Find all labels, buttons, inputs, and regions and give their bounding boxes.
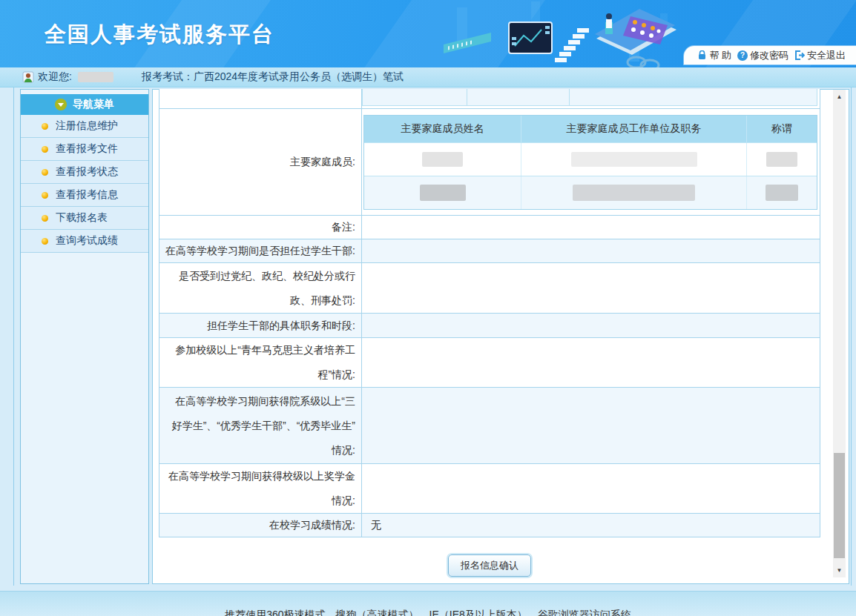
page-footer: 推荐使用360极速模式、搜狗（高速模式）、IE（IE8及以上版本）、谷歌浏览器访… bbox=[0, 591, 856, 616]
help-button[interactable]: 帮 助 bbox=[697, 49, 731, 62]
table-row-cadre-duty-period: 担任学生干部的具体职务和时段: bbox=[159, 314, 820, 338]
chevron-down-circle-icon bbox=[55, 99, 67, 110]
family-table-row bbox=[364, 176, 817, 209]
logout-button[interactable]: 安全退出 bbox=[794, 49, 846, 62]
table-row-cutoff bbox=[159, 89, 820, 109]
table-row-academic-record: 在校学习成绩情况: 无 bbox=[159, 514, 820, 537]
table-row-remark: 备注: bbox=[159, 216, 820, 239]
redacted-member-workunit bbox=[573, 185, 695, 201]
sidebar-title: 导航菜单 bbox=[73, 98, 114, 111]
exit-icon bbox=[794, 50, 805, 60]
redacted-username bbox=[78, 72, 113, 82]
table-row-marxist-program: 参加校级以上“青年马克思主义者培养工程”情况: bbox=[159, 338, 820, 388]
question-icon: ? bbox=[737, 50, 748, 61]
family-table-row bbox=[364, 142, 817, 176]
lock-icon bbox=[697, 50, 707, 60]
sidebar-item-register-info[interactable]: 注册信息维护 bbox=[21, 115, 148, 138]
scrollbar-thumb[interactable] bbox=[834, 453, 845, 558]
sidebar: 导航菜单 注册信息维护 查看报考文件 查看报考状态 查看报考信息 下载报名表 查… bbox=[20, 89, 149, 584]
table-row-punishment: 是否受到过党纪、政纪、校纪处分或行政、刑事处罚: bbox=[159, 263, 820, 314]
vertical-scrollbar[interactable]: ▲ ▼ bbox=[833, 90, 846, 577]
left-border-line bbox=[13, 87, 14, 586]
redacted-member-relation bbox=[766, 185, 798, 201]
exam-label: 报考考试：广西2024年度考试录用公务员（选调生）笔试 bbox=[142, 70, 404, 84]
change-password-button[interactable]: ? 修改密码 bbox=[737, 49, 788, 62]
scroll-down-arrow[interactable]: ▼ bbox=[833, 565, 846, 576]
sidebar-item-view-exam-files[interactable]: 查看报考文件 bbox=[21, 138, 148, 161]
bullet-dot-icon bbox=[42, 215, 48, 222]
table-row-family: 主要家庭成员: 主要家庭成员姓名 主要家庭成员工作单位及职务 称谓 bbox=[159, 109, 820, 216]
scroll-up-arrow[interactable]: ▲ bbox=[833, 91, 846, 102]
redacted-member-name bbox=[422, 152, 463, 167]
main-area: 导航菜单 注册信息维护 查看报考文件 查看报考状态 查看报考信息 下载报名表 查… bbox=[0, 87, 856, 591]
paperclip-illustration bbox=[628, 57, 659, 67]
sidebar-item-query-scores[interactable]: 查询考试成绩 bbox=[21, 230, 148, 253]
table-row-honors: 在高等学校学习期间获得院系级以上“三好学生”、“优秀学生干部”、“优秀毕业生”情… bbox=[159, 388, 820, 464]
bullet-dot-icon bbox=[42, 169, 48, 176]
table-row-scholarship: 在高等学校学习期间获得校级以上奖学金情况: bbox=[159, 464, 820, 514]
cutoff-nested-table bbox=[362, 89, 817, 106]
table-row-student-cadre: 在高等学校学习期间是否担任过学生干部: bbox=[159, 239, 820, 263]
app-header: 全国人事考试服务平台 帮 助 ? 修改密码 安全退出 bbox=[0, 0, 856, 67]
confirm-button-row: 报名信息确认 bbox=[159, 554, 820, 577]
bullet-dot-icon bbox=[42, 192, 48, 199]
sidebar-item-view-exam-status[interactable]: 查看报考状态 bbox=[21, 161, 148, 184]
redacted-member-relation bbox=[766, 152, 797, 167]
browser-recommendation-text: 推荐使用360极速模式、搜狗（高速模式）、IE（IE8及以上版本）、谷歌浏览器访… bbox=[0, 609, 856, 616]
family-members-table: 主要家庭成员姓名 主要家庭成员工作单位及职务 称谓 bbox=[363, 115, 817, 210]
redacted-member-name bbox=[420, 185, 466, 201]
bullet-dot-icon bbox=[42, 238, 48, 245]
stairs-illustration bbox=[555, 28, 589, 62]
welcome-bar: 欢迎您: 报考考试：广西2024年度考试录用公务员（选调生）笔试 bbox=[0, 67, 856, 87]
utility-bar: 帮 助 ? 修改密码 安全退出 bbox=[684, 46, 856, 64]
bullet-dot-icon bbox=[42, 146, 48, 153]
confirm-registration-button[interactable]: 报名信息确认 bbox=[448, 554, 531, 577]
monitor-illustration bbox=[509, 22, 552, 53]
sidebar-item-download-form[interactable]: 下载报名表 bbox=[21, 207, 148, 230]
right-border-line bbox=[851, 87, 852, 586]
redacted-member-workunit bbox=[571, 152, 697, 167]
family-table-header: 主要家庭成员姓名 主要家庭成员工作单位及职务 称谓 bbox=[364, 116, 817, 142]
page-title: 全国人事考试服务平台 bbox=[45, 20, 274, 50]
application-form-table: 主要家庭成员: 主要家庭成员姓名 主要家庭成员工作单位及职务 称谓 bbox=[159, 89, 820, 537]
user-avatar-icon bbox=[22, 71, 34, 83]
welcome-greeting: 欢迎您: bbox=[38, 70, 72, 84]
header-illustration bbox=[444, 0, 681, 67]
sidebar-nav-header[interactable]: 导航菜单 bbox=[21, 94, 148, 115]
family-label: 主要家庭成员: bbox=[165, 150, 355, 174]
content-panel: 主要家庭成员: 主要家庭成员姓名 主要家庭成员工作单位及职务 称谓 bbox=[152, 89, 849, 584]
sidebar-item-view-exam-info[interactable]: 查看报考信息 bbox=[21, 184, 148, 207]
bullet-dot-icon bbox=[42, 123, 48, 130]
